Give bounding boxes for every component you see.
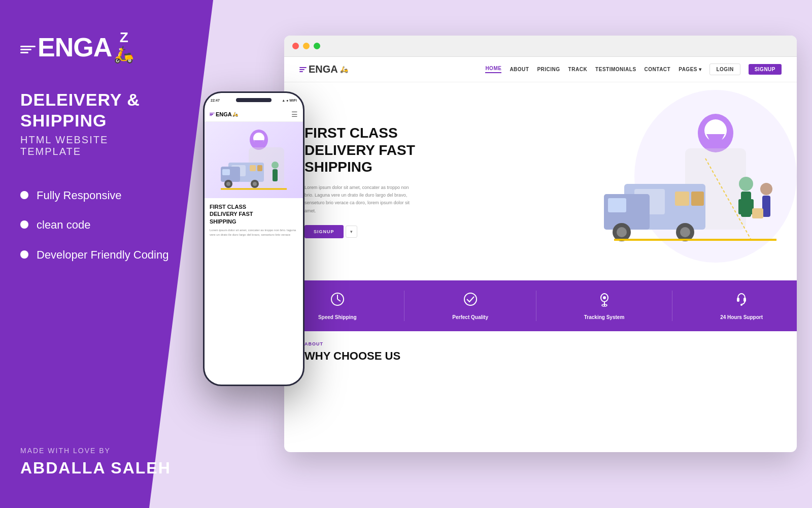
feature-speed-shipping: Speed Shipping <box>318 292 357 320</box>
svg-rect-49 <box>273 169 278 181</box>
phone-hero-title: FIRST CLASSDELIVERY FASTSHIPPING <box>210 203 298 225</box>
browser-close-dot[interactable] <box>292 43 299 49</box>
feature-label-2: clean code <box>37 217 90 233</box>
hours-support-label: 24 Hours Support <box>720 314 763 320</box>
svg-point-12 <box>680 227 690 237</box>
tracking-system-icon <box>597 292 612 310</box>
nav-link-pricing[interactable]: PRICING <box>537 67 560 72</box>
nav-link-testimonials[interactable]: TESTIMONIALS <box>595 67 636 72</box>
site-hero: FIRST CLASSDELIVERY FASTSHIPPING Lorem i… <box>284 82 797 280</box>
logo-line-1 <box>20 46 36 47</box>
scooter-icon: 🛵 <box>114 45 134 64</box>
nav-links: HOME ABOUT PRICING TRACK TESTIMONIALS CO… <box>485 64 782 75</box>
svg-rect-13 <box>675 192 689 206</box>
feature-label-3: Developer Friendly Coding <box>37 247 168 263</box>
svg-point-19 <box>760 183 772 195</box>
svg-rect-14 <box>691 192 704 206</box>
nav-login-button[interactable]: LOGIN <box>709 64 740 75</box>
phone-logo-lines <box>210 113 215 116</box>
nav-link-about[interactable]: ABOUT <box>510 67 529 72</box>
right-area: ENGA 🛵 HOME ABOUT PRICING TRACK TESTIMON… <box>173 0 812 508</box>
svg-point-48 <box>272 162 279 169</box>
svg-rect-47 <box>257 165 262 171</box>
perfect-quality-icon <box>463 292 478 310</box>
site-bottom: About WHY CHOOSE US <box>284 331 797 401</box>
nav-signup-button[interactable]: SIGNUP <box>749 64 782 75</box>
feature-divider-1 <box>404 291 404 321</box>
features-bar: Speed Shipping Perfect Quality <box>284 280 797 331</box>
feature-divider-3 <box>672 291 672 321</box>
phone-menu-icon[interactable]: ☰ <box>291 110 298 118</box>
phone-nav: ENGA 🛵 ☰ <box>205 107 303 122</box>
hero-dropdown-button[interactable]: ▾ <box>346 226 357 238</box>
svg-point-29 <box>603 296 606 299</box>
left-content: ENGA Z 🛵 DELEIVERY & SHIPPING HTML WEBSI… <box>0 0 193 508</box>
svg-point-10 <box>617 227 627 237</box>
site-logo-text: ENGA <box>309 64 338 75</box>
about-label: About <box>304 341 776 346</box>
svg-rect-41 <box>222 169 230 175</box>
hero-signup-button[interactable]: SIGNUP <box>304 225 344 238</box>
phone-signal: ▲ ● WiFi <box>282 99 297 102</box>
feature-item-3: Developer Friendly Coding <box>20 247 173 263</box>
phone-mockup: 22:47 ▲ ● WiFi ENGA 🛵 ☰ <box>203 91 304 386</box>
svg-rect-8 <box>608 198 626 212</box>
hours-support-icon <box>734 292 749 310</box>
hero-description: Lorem ipsum dolor sit amet, concater as … <box>304 184 416 215</box>
svg-rect-46 <box>250 165 256 171</box>
svg-line-26 <box>337 299 341 301</box>
hero-title: FIRST CLASSDELIVERY FASTSHIPPING <box>304 124 477 176</box>
nav-link-home[interactable]: HOME <box>485 66 501 73</box>
phone-logo-text: ENGA <box>216 111 232 117</box>
bullet-3 <box>20 250 28 259</box>
logo-line-2 <box>20 49 31 50</box>
why-choose-us-title: WHY CHOOSE US <box>304 350 776 363</box>
perfect-quality-label: Perfect Quality <box>452 314 488 320</box>
site-logo-lines <box>299 67 307 72</box>
logo-z: Z <box>120 30 128 45</box>
svg-point-33 <box>740 304 742 306</box>
nav-link-track[interactable]: TRACK <box>568 67 588 72</box>
browser-minimize-dot[interactable] <box>303 43 310 49</box>
nav-link-pages[interactable]: PAGES ▾ <box>679 67 701 72</box>
svg-rect-20 <box>762 196 770 217</box>
why-left: About WHY CHOOSE US <box>304 341 776 391</box>
svg-point-45 <box>253 182 257 186</box>
logo-scooter: Z 🛵 <box>114 30 134 64</box>
phone-logo-scooter: 🛵 <box>232 112 238 117</box>
features-list: Fully Responsive clean code Developer Fr… <box>20 188 173 263</box>
bullet-2 <box>20 220 28 229</box>
nav-link-contact[interactable]: CONTACT <box>645 67 671 72</box>
truck-illustration <box>563 82 797 270</box>
feature-tracking-system: Tracking System <box>584 292 624 320</box>
site-logo-scooter: 🛵 <box>340 66 348 73</box>
feature-item-1: Fully Responsive <box>20 188 173 204</box>
phone-screen: ENGA 🛵 ☰ <box>205 107 303 385</box>
hero-text: FIRST CLASSDELIVERY FASTSHIPPING Lorem i… <box>304 124 477 238</box>
speed-shipping-icon <box>330 292 345 310</box>
phone-time: 22:47 <box>211 99 220 102</box>
made-by: MADE WITH LOVE BY ABDALLA SALEH <box>20 426 173 478</box>
tracking-system-label: Tracking System <box>584 314 624 320</box>
made-with-label: MADE WITH LOVE BY <box>20 447 173 455</box>
svg-point-43 <box>226 182 230 186</box>
logo-lines <box>20 46 36 53</box>
feature-perfect-quality: Perfect Quality <box>452 292 488 320</box>
bullet-1 <box>20 191 28 199</box>
site-logo-line-3 <box>299 71 303 72</box>
svg-point-27 <box>464 293 477 305</box>
logo-area: ENGA Z 🛵 <box>20 30 173 64</box>
site-logo: ENGA 🛵 <box>299 64 348 75</box>
svg-rect-31 <box>737 298 739 302</box>
phone-notch <box>236 98 272 102</box>
phone-hero-text-area: FIRST CLASSDELIVERY FASTSHIPPING Lorem i… <box>205 198 303 243</box>
browser-window: ENGA 🛵 HOME ABOUT PRICING TRACK TESTIMON… <box>284 36 797 452</box>
logo-line-3 <box>20 52 28 53</box>
feature-hours-support: 24 Hours Support <box>720 292 763 320</box>
feature-divider-2 <box>536 291 536 321</box>
browser-maximize-dot[interactable] <box>314 43 320 49</box>
svg-rect-17 <box>738 199 745 214</box>
feature-item-2: clean code <box>20 217 173 233</box>
brand-name: ENGA <box>38 34 112 60</box>
svg-point-15 <box>739 177 753 191</box>
